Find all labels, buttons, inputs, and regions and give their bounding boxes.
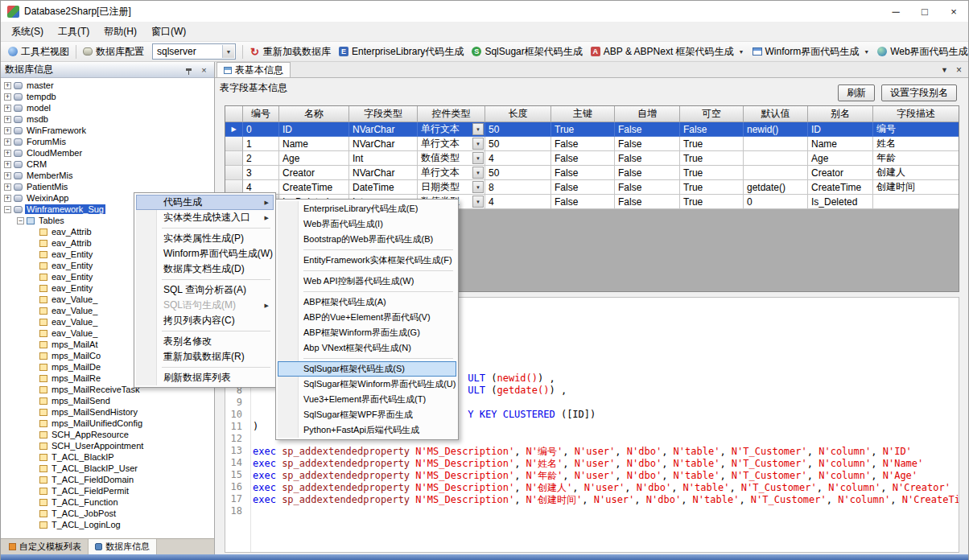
menu-工具(T)[interactable]: 工具(T) <box>51 23 97 41</box>
combo-dropdown-icon[interactable]: ▼ <box>472 152 484 164</box>
menu-item-SqlSugar框架代码生成(S)[interactable]: SqlSugar框架代码生成(S) <box>278 361 456 377</box>
cell-默认值[interactable] <box>744 151 808 166</box>
toolbar-button-数据库配置[interactable]: 数据库配置 <box>79 43 148 60</box>
cell-字段类型[interactable]: DateTime <box>349 180 418 195</box>
tab-close-icon[interactable]: × <box>956 64 962 76</box>
cell-名称[interactable]: Age <box>279 151 349 166</box>
cell-控件类型[interactable]: 单行文本▼ <box>418 137 485 151</box>
cell-默认值[interactable] <box>744 166 808 180</box>
menu-窗口(W)[interactable]: 窗口(W) <box>144 23 193 41</box>
menu-item-ABP的Vue+Element界面代码(V)[interactable]: ABP的Vue+Element界面代码(V) <box>278 310 456 325</box>
expand-icon[interactable]: + <box>4 195 11 202</box>
chevron-down-icon[interactable]: ▼ <box>864 49 869 55</box>
menu-item-刷新数据库列表[interactable]: 刷新数据库列表 <box>136 370 274 385</box>
chevron-down-icon[interactable]: ▼ <box>739 49 744 55</box>
combo-dropdown-icon[interactable]: ▼ <box>472 167 484 179</box>
sidebar-tab-数据库信息[interactable]: 数据库信息 <box>89 539 157 554</box>
cell-主键[interactable]: False <box>551 137 615 151</box>
cell-名称[interactable]: Name <box>279 137 349 151</box>
combo-dropdown-icon[interactable]: ▼ <box>472 138 484 150</box>
tree-item-ForumMis[interactable]: +ForumMis <box>1 136 214 147</box>
expand-icon[interactable]: + <box>4 172 11 179</box>
menu-item-数据库文档生成(D)[interactable]: 数据库文档生成(D) <box>136 261 274 277</box>
tree-item-SCH_AppResource[interactable]: SCH_AppResource <box>1 429 214 440</box>
code-line[interactable]: 16exec sp_addextendedproperty N'MS_Descr… <box>225 481 959 493</box>
cell-长度[interactable]: 4 <box>485 195 551 209</box>
tab-list-dropdown-icon[interactable]: ▼ <box>941 66 948 74</box>
cell-字段类型[interactable]: NVarChar <box>349 122 418 137</box>
code-line[interactable]: 13exec sp_addextendedproperty N'MS_Descr… <box>225 445 959 457</box>
cell-长度[interactable]: 4 <box>485 151 551 166</box>
menu-item-表别名修改[interactable]: 表别名修改 <box>136 334 274 349</box>
row-selector[interactable] <box>225 151 243 166</box>
table-row[interactable]: 4CreateTimeDateTime日期类型▼8FalseFalseTrueg… <box>225 180 959 195</box>
cell-别名[interactable]: ID <box>808 122 873 137</box>
menu-item-Winform界面代码生成(W)[interactable]: Winform界面代码生成(W) <box>136 246 274 261</box>
cell-默认值[interactable] <box>744 137 808 151</box>
menu-item-ABP框架Winform界面生成(G)[interactable]: ABP框架Winform界面生成(G) <box>278 325 456 340</box>
cell-字段类型[interactable]: Int <box>349 151 418 166</box>
toolbar-button-Winform界面代码生成[interactable]: Winform界面代码生成▼ <box>748 43 874 60</box>
expand-icon[interactable]: + <box>4 116 11 123</box>
tree-item-mps_MailSend[interactable]: mps_MailSend <box>1 395 214 406</box>
cell-可空[interactable]: True <box>680 137 744 151</box>
code-line[interactable]: 18 <box>225 505 959 517</box>
menu-item-Web界面代码生成(I)[interactable]: Web界面代码生成(I) <box>278 216 456 232</box>
cell-长度[interactable]: 8 <box>485 180 551 195</box>
tree-item-WinFramework[interactable]: +WinFramework <box>1 125 214 136</box>
close-icon[interactable]: × <box>198 64 210 76</box>
expand-icon[interactable]: + <box>4 150 11 157</box>
toolbar-button-工具栏视图[interactable]: 工具栏视图 <box>4 43 73 60</box>
code-line[interactable]: 17exec sp_addextendedproperty N'MS_Descr… <box>225 493 959 505</box>
refresh-button[interactable]: 刷新 <box>838 84 875 101</box>
cell-字段描述[interactable] <box>873 195 959 209</box>
row-selector[interactable] <box>225 166 243 180</box>
cell-名称[interactable]: Creator <box>279 166 349 180</box>
menu-item-重新加载数据库(R)[interactable]: 重新加载数据库(R) <box>136 349 274 364</box>
column-header-主键[interactable]: 主键 <box>551 106 615 122</box>
row-selector[interactable]: ▶ <box>225 122 243 137</box>
cell-默认值[interactable]: newid() <box>744 122 808 137</box>
tree-item-MemberMis[interactable]: +MemberMis <box>1 170 214 181</box>
minimize-button[interactable]: ─ <box>881 1 910 22</box>
cell-自增[interactable]: False <box>615 180 680 195</box>
toolbar-button-EnterpriseLibrary代码生成[interactable]: EEnterpriseLibrary代码生成 <box>335 43 468 60</box>
tree-item-T_ACL_FieldPermit[interactable]: T_ACL_FieldPermit <box>1 485 214 496</box>
combo-dropdown-icon[interactable]: ▼ <box>472 123 484 135</box>
tree-item-T_ACL_JobPost[interactable]: T_ACL_JobPost <box>1 508 214 519</box>
cell-控件类型[interactable]: 数值类型▼ <box>418 151 485 166</box>
cell-编号[interactable]: 3 <box>243 166 279 180</box>
toolbar-button-Web界面代码生成[interactable]: Web界面代码生成▼ <box>873 43 969 60</box>
column-header-长度[interactable]: 长度 <box>485 106 551 122</box>
cell-长度[interactable]: 50 <box>485 122 551 137</box>
column-header-别名[interactable]: 别名 <box>808 106 873 122</box>
menu-item-SqlSugar框架Winform界面代码生成(U)[interactable]: SqlSugar框架Winform界面代码生成(U) <box>278 377 456 392</box>
cell-编号[interactable]: 2 <box>243 151 279 166</box>
tree-item-T_ACL_LoginLog[interactable]: T_ACL_LoginLog <box>1 519 214 530</box>
combo-dropdown-icon[interactable]: ▼ <box>472 181 484 193</box>
column-header-自增[interactable]: 自增 <box>615 106 680 122</box>
menu-item-ABP框架代码生成(A)[interactable]: ABP框架代码生成(A) <box>278 294 456 310</box>
code-line[interactable]: 14exec sp_addextendedproperty N'MS_Descr… <box>225 457 959 469</box>
cell-长度[interactable]: 50 <box>485 137 551 151</box>
toolbar-button-ABP & ABPNext 框架代码生成[interactable]: AABP & ABPNext 框架代码生成▼ <box>587 43 748 60</box>
cell-自增[interactable]: False <box>615 122 680 137</box>
menu-item-SQL语句生成(M)[interactable]: SQL语句生成(M)▶ <box>136 298 274 313</box>
menu-item-Abp VNext框架代码生成(N)[interactable]: Abp VNext框架代码生成(N) <box>278 340 456 356</box>
cell-编号[interactable]: 1 <box>243 137 279 151</box>
expand-icon[interactable]: + <box>4 127 11 134</box>
cell-编号[interactable]: 0 <box>243 122 279 137</box>
cell-字段描述[interactable]: 创建人 <box>873 166 959 180</box>
pin-icon[interactable] <box>183 64 195 76</box>
tree-item-model[interactable]: +model <box>1 102 214 113</box>
cell-字段类型[interactable]: NVarChar <box>349 166 418 180</box>
cell-长度[interactable]: 50 <box>485 166 551 180</box>
combo-dropdown-icon[interactable]: ▼ <box>472 196 484 208</box>
close-button[interactable]: × <box>939 1 968 22</box>
cell-别名[interactable]: CreateTime <box>808 180 873 195</box>
column-header-字段类型[interactable]: 字段类型 <box>349 106 418 122</box>
cell-主键[interactable]: False <box>551 166 615 180</box>
cell-可空[interactable]: True <box>680 166 744 180</box>
row-selector[interactable] <box>225 137 243 151</box>
cell-自增[interactable]: False <box>615 166 680 180</box>
